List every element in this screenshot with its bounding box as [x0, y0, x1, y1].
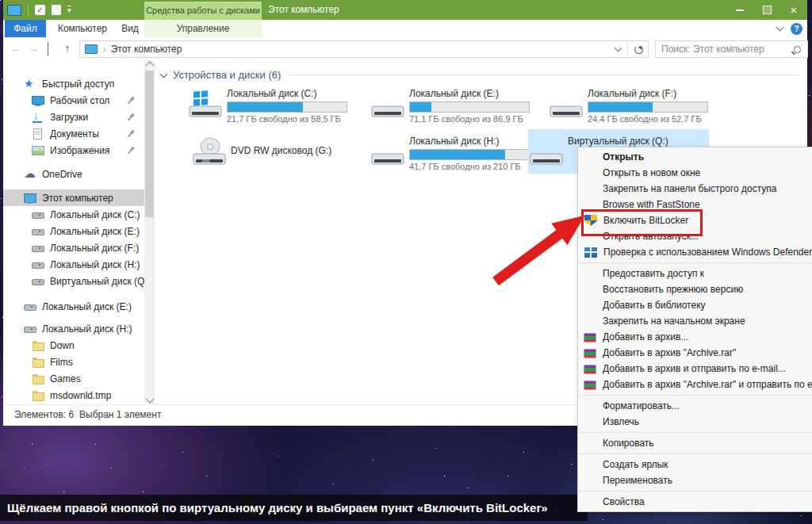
- drive-name: Локальный диск (H:): [409, 136, 530, 147]
- context-menu-item-label: Открыть в новом окне: [603, 167, 700, 178]
- context-menu-item[interactable]: Переименовать: [578, 472, 812, 488]
- sidebar-item[interactable]: msdownld.tmp: [3, 387, 144, 404]
- free-space-label: 21,7 ГБ свободно из 58,5 ГБ: [227, 114, 347, 124]
- sidebar-item-icon: [32, 225, 44, 238]
- context-menu-item[interactable]: Свойства: [578, 494, 812, 510]
- sidebar-item-label: Виртуальный диск (Q:): [50, 276, 144, 287]
- this-pc-icon[interactable]: [7, 5, 21, 16]
- sidebar-item[interactable]: Виртуальный диск (Q:): [3, 273, 144, 289]
- sidebar-item[interactable]: Films: [3, 354, 144, 370]
- context-menu-item-icon: [584, 349, 596, 358]
- new-folder-icon[interactable]: [52, 5, 61, 15]
- context-menu-item[interactable]: Открыть: [578, 149, 812, 165]
- sidebar-item[interactable]: Изображения: [3, 142, 144, 159]
- sidebar-item-label: Локальный диск (H:): [42, 323, 132, 335]
- sidebar-item[interactable]: OneDrive: [3, 166, 144, 182]
- context-menu-item[interactable]: Добавить в архив "Archive.rar" и отправи…: [578, 377, 812, 392]
- refresh-icon[interactable]: [634, 45, 643, 54]
- sidebar-scrollbar[interactable]: [144, 59, 155, 405]
- context-menu-item-icon: [584, 300, 596, 311]
- tab-view[interactable]: Вид: [114, 20, 146, 37]
- context-menu-item[interactable]: Закрепить на панели быстрого доступа: [578, 181, 812, 197]
- help-icon[interactable]: ?: [791, 23, 802, 35]
- context-menu-item[interactable]: Закрепить на начальном экране: [578, 313, 812, 329]
- sidebar-item[interactable]: Документы: [3, 125, 144, 142]
- sidebar-item[interactable]: Локальный диск (E:): [3, 298, 144, 315]
- sidebar-item[interactable]: Локальный диск (C:): [3, 206, 144, 223]
- sidebar-item[interactable]: Games: [3, 370, 144, 387]
- tab-computer[interactable]: Компьютер: [52, 20, 113, 37]
- drive-name: Локальный диск (F:): [588, 88, 708, 99]
- scroll-down-icon[interactable]: [145, 394, 154, 403]
- free-space-label: 24,4 ГБ свободно из 52,7 ГБ: [588, 114, 708, 124]
- search-icon[interactable]: [794, 46, 801, 53]
- sidebar-item[interactable]: Локальный диск (E:): [3, 223, 144, 239]
- context-menu-item[interactable]: Добавить в архив...: [578, 329, 812, 345]
- drive-tile[interactable]: DVD Локальный диск (C:) 21,7 ГБ свободно…: [187, 86, 368, 128]
- contextual-tab-drive-tools[interactable]: Средства работы с дисками: [144, 2, 262, 20]
- drive-tile[interactable]: DVD Локальный диск (H:) 41,7 ГБ свободно…: [370, 133, 550, 176]
- collapse-ribbon-icon[interactable]: [776, 24, 784, 32]
- search-input[interactable]: Поиск: Этот компьютер: [655, 40, 808, 58]
- close-button[interactable]: ×: [780, 0, 807, 20]
- context-menu-item-icon: [584, 459, 596, 470]
- sidebar-item[interactable]: Этот компьютер: [3, 189, 144, 206]
- context-menu-item[interactable]: Добавить в архив и отправить по e-mail..…: [578, 361, 812, 377]
- sidebar-item[interactable]: Загрузки: [3, 109, 144, 125]
- context-menu-item[interactable]: Восстановить прежнюю версию: [578, 281, 812, 297]
- drive-name: Виртуальный диск (Q:): [568, 136, 668, 147]
- context-menu-item[interactable]: Копировать: [578, 435, 812, 451]
- context-menu-item[interactable]: Форматировать...: [578, 398, 812, 414]
- scrollbar-thumb[interactable]: [145, 71, 154, 217]
- breadcrumb[interactable]: Этот компьютер: [111, 44, 182, 55]
- sidebar-item-icon: [32, 111, 44, 124]
- tab-file[interactable]: Файл: [5, 20, 46, 37]
- context-menu-item[interactable]: Создать ярлык: [578, 457, 812, 472]
- drive-tile[interactable]: DVD DVD RW дисковод (G:): [191, 133, 372, 176]
- tab-manage[interactable]: Управление: [144, 20, 262, 37]
- context-menu-item[interactable]: [578, 392, 812, 398]
- forward-button[interactable]: →: [25, 38, 41, 59]
- drive-icon: DVD: [528, 136, 565, 168]
- minimize-button[interactable]: [726, 0, 753, 20]
- context-menu-item-label: Проверка с использованием Windows Defend…: [603, 247, 812, 258]
- sidebar-item[interactable]: Down: [3, 337, 144, 354]
- context-menu-item[interactable]: Проверка с использованием Windows Defend…: [578, 244, 812, 260]
- address-field[interactable]: › Этот компьютер: [79, 40, 649, 58]
- capacity-bar: [409, 149, 530, 160]
- context-menu-item-label: Свойства: [603, 496, 645, 507]
- drive-tile[interactable]: DVD Локальный диск (F:) 24,4 ГБ свободно…: [548, 86, 729, 128]
- sidebar-item-label: Этот компьютер: [42, 193, 113, 204]
- context-menu-item[interactable]: [578, 260, 812, 266]
- context-menu-item[interactable]: Открыть в новом окне: [578, 165, 812, 181]
- drive-info: Локальный диск (E:) 71,1 ГБ свободно из …: [409, 86, 530, 128]
- sidebar-item-icon: [32, 242, 44, 254]
- up-button[interactable]: ↑: [59, 38, 76, 59]
- context-menu-item-label: Создать ярлык: [603, 459, 668, 470]
- sidebar-item-label: Локальный диск (E:): [42, 301, 132, 312]
- maximize-button[interactable]: [753, 0, 780, 20]
- sidebar-item[interactable]: Локальный диск (F:): [3, 239, 144, 256]
- context-menu-item[interactable]: Извлечь: [578, 414, 812, 430]
- context-menu-item-icon: [584, 496, 596, 507]
- sidebar-item[interactable]: Рабочий стол: [3, 92, 144, 109]
- drive-tile[interactable]: DVD Локальный диск (E:) 71,1 ГБ свободно…: [370, 86, 550, 128]
- address-dropdown-icon[interactable]: [615, 44, 622, 52]
- customize-toolbar-arrow-icon[interactable]: ▾: [67, 6, 71, 14]
- sidebar-item[interactable]: Локальный диск (H:): [3, 320, 144, 337]
- recent-locations-icon[interactable]: [43, 38, 52, 59]
- pin-icon: [128, 147, 135, 153]
- context-menu-item[interactable]: Добавить в архив "Archive.rar": [578, 345, 812, 361]
- context-menu-item[interactable]: Добавить в библиотеку: [578, 297, 812, 313]
- sidebar-item-label: Изображения: [50, 145, 109, 156]
- context-menu-item[interactable]: [578, 451, 812, 457]
- context-menu-item[interactable]: [578, 488, 812, 494]
- scroll-up-icon[interactable]: [145, 61, 154, 70]
- context-menu-item[interactable]: Предоставить доступ к: [578, 266, 812, 281]
- back-button[interactable]: ←: [8, 38, 24, 59]
- sidebar-item[interactable]: Быстрый доступ: [3, 75, 144, 92]
- sidebar-item[interactable]: Локальный диск (H:): [3, 256, 144, 273]
- properties-icon[interactable]: ✓: [35, 5, 45, 15]
- sidebar-item-icon: [32, 275, 44, 288]
- context-menu-item[interactable]: [578, 430, 812, 435]
